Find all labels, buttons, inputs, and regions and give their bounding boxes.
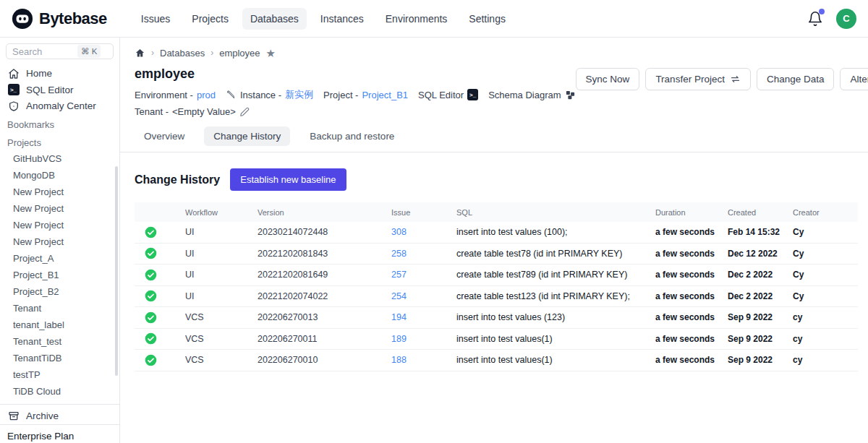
nav-item-environments[interactable]: Environments xyxy=(378,8,456,30)
cell-duration: a few seconds xyxy=(655,291,728,301)
breadcrumb-home-icon[interactable] xyxy=(135,48,145,59)
issue-link[interactable]: 254 xyxy=(391,291,456,301)
cell-workflow: UI xyxy=(185,291,258,301)
sidebar-item-home[interactable]: Home xyxy=(0,65,119,82)
sidebar-item-label: SQL Editor xyxy=(26,85,74,95)
change-history-table: Workflow Version Issue SQL Duration Crea… xyxy=(135,202,858,371)
meta-environment: Environment - prod xyxy=(135,90,216,100)
brand[interactable]: Bytebase xyxy=(12,8,107,30)
breadcrumb-item-employee[interactable]: employee xyxy=(219,48,260,59)
cell-workflow: VCS xyxy=(185,355,258,365)
nav-item-issues[interactable]: Issues xyxy=(133,8,178,30)
issue-link[interactable]: 189 xyxy=(391,334,456,344)
cell-creator: Cy xyxy=(793,270,858,280)
cell-duration: a few seconds xyxy=(655,270,728,280)
section-title: Change History xyxy=(135,173,220,186)
establish-baseline-button[interactable]: Establish new baseline xyxy=(230,168,346,191)
table-row[interactable]: UI20221202081649257create table test789 … xyxy=(135,264,858,286)
cell-workflow: VCS xyxy=(185,334,258,344)
meta-sql-editor[interactable]: SQL Editor >_ xyxy=(418,90,478,100)
nav-item-projects[interactable]: Projects xyxy=(184,8,237,30)
edit-pencil-icon[interactable] xyxy=(239,106,250,117)
sidebar-project-item[interactable]: tenant_label xyxy=(0,317,119,333)
breadcrumb-item-databases[interactable]: Databases xyxy=(160,48,205,59)
sidebar-item-sql-editor[interactable]: >_ SQL Editor xyxy=(0,82,119,98)
sidebar-section-projects: Projects xyxy=(0,132,119,150)
table-row[interactable]: VCS202206270013194insert into test value… xyxy=(135,307,858,329)
nav-item-settings[interactable]: Settings xyxy=(461,8,514,30)
status-done-icon xyxy=(135,354,185,366)
nav-item-instances[interactable]: Instances xyxy=(312,8,372,30)
cell-creator: Cy xyxy=(793,227,858,237)
tab-backup-and-restore[interactable]: Backup and restore xyxy=(300,126,404,146)
sidebar-project-item[interactable]: TenantTiDB xyxy=(0,350,119,366)
alter-schema-button[interactable]: Alter Schema xyxy=(840,68,868,90)
cell-workflow: UI xyxy=(185,227,258,237)
sidebar-project-item[interactable]: TiDB Cloud xyxy=(0,383,119,400)
search-input[interactable] xyxy=(12,46,75,57)
table-row[interactable]: UI20221202081843258create table test78 (… xyxy=(135,244,858,265)
bytebase-logo-icon xyxy=(12,8,33,30)
issue-link[interactable]: 188 xyxy=(391,355,456,365)
status-done-icon xyxy=(135,226,185,238)
instance-link[interactable]: 新实例 xyxy=(285,88,313,101)
col-creator: Creator xyxy=(793,208,858,217)
avatar[interactable]: C xyxy=(836,9,856,29)
meta-schema-diagram[interactable]: Schema Diagram xyxy=(488,90,575,100)
pen-icon xyxy=(226,90,237,100)
sidebar-scrollbar[interactable] xyxy=(115,166,118,376)
breadcrumb-separator: › xyxy=(210,48,213,58)
cell-sql: create table test789 (id int PRIMARY KEY… xyxy=(456,270,655,280)
favorite-star-icon[interactable]: ★ xyxy=(266,48,276,59)
cell-created: Sep 9 2022 xyxy=(728,334,793,344)
cell-version: 202206270010 xyxy=(258,355,391,365)
cell-sql: insert into test values (100); xyxy=(456,227,655,237)
cell-workflow: UI xyxy=(185,270,258,280)
table-row[interactable]: VCS202206270011189insert into test value… xyxy=(135,329,858,350)
issue-link[interactable]: 308 xyxy=(391,227,456,237)
project-link[interactable]: Project_B1 xyxy=(362,90,408,100)
search-box[interactable]: ⌘ K xyxy=(6,43,114,59)
cell-created: Dec 2 2022 xyxy=(728,270,793,280)
sidebar-project-item[interactable]: New Project xyxy=(0,217,119,233)
sidebar-project-item[interactable]: MongoDB xyxy=(0,167,119,184)
sidebar-project-item[interactable]: Project_B1 xyxy=(0,267,119,283)
table-row[interactable]: UI20221202074022254create table test123 … xyxy=(135,286,858,308)
tab-overview[interactable]: Overview xyxy=(135,126,194,146)
issue-link[interactable]: 257 xyxy=(391,270,456,280)
top-nav: Bytebase IssuesProjectsDatabasesInstance… xyxy=(0,0,868,38)
transfer-project-button[interactable]: Transfer Project xyxy=(645,68,751,90)
sidebar-project-item[interactable]: Tenant_test xyxy=(0,333,119,350)
sync-now-button[interactable]: Sync Now xyxy=(576,68,640,90)
sidebar-project-item[interactable]: testTP xyxy=(0,366,119,383)
cell-duration: a few seconds xyxy=(655,249,728,259)
sidebar-project-item[interactable]: New Project xyxy=(0,184,119,200)
issue-link[interactable]: 194 xyxy=(391,312,456,322)
cell-sql: create table test123 (id int PRIMARY KEY… xyxy=(456,291,655,301)
brand-name: Bytebase xyxy=(39,9,107,28)
sidebar-project-item[interactable]: GitHubVCS xyxy=(0,150,119,167)
tab-change-history[interactable]: Change History xyxy=(204,126,290,146)
sidebar-item-archive[interactable]: Archive xyxy=(0,408,119,424)
col-issue: Issue xyxy=(391,208,456,217)
notification-bell-icon[interactable] xyxy=(807,11,823,27)
sidebar-project-item[interactable]: Project_B2 xyxy=(0,283,119,300)
sidebar-project-item[interactable]: Tenant xyxy=(0,300,119,317)
sidebar-project-item[interactable]: New Project xyxy=(0,200,119,217)
cell-sql: insert into test values (123) xyxy=(456,312,655,322)
cell-created: Sep 9 2022 xyxy=(728,355,793,365)
nav-item-databases[interactable]: Databases xyxy=(242,8,307,30)
meta-tenant: Tenant - <Empty Value> xyxy=(135,106,250,117)
sidebar-project-item[interactable]: New Project xyxy=(0,233,119,250)
environment-label: Environment - xyxy=(135,90,193,100)
sidebar-item-anomaly-center[interactable]: Anomaly Center xyxy=(0,98,119,115)
cell-version: 20230214072448 xyxy=(258,227,391,237)
sidebar-project-item[interactable]: Project_A xyxy=(0,250,119,267)
issue-link[interactable]: 258 xyxy=(391,249,456,259)
meta-project: Project - Project_B1 xyxy=(323,90,408,100)
table-row[interactable]: VCS202206270010188insert into test value… xyxy=(135,350,858,371)
environment-link[interactable]: prod xyxy=(197,90,216,100)
transfer-arrows-icon xyxy=(730,74,741,85)
change-data-button[interactable]: Change Data xyxy=(757,68,835,90)
table-row[interactable]: UI20230214072448308insert into test valu… xyxy=(135,222,858,244)
